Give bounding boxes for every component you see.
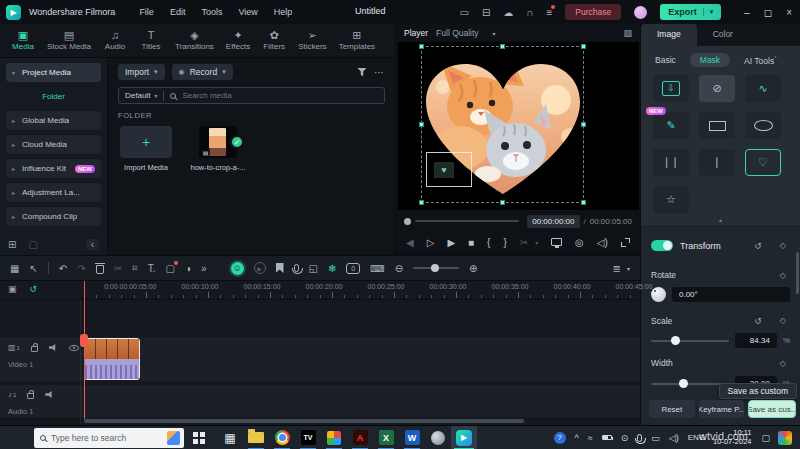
scale-slider[interactable] [651,340,729,342]
redo-icon[interactable]: ↷ [77,263,85,274]
more-tools-icon[interactable]: » [201,263,207,274]
lock-track-icon[interactable] [31,346,38,352]
reset-button[interactable]: Reset [649,400,695,418]
menu-view[interactable]: View [238,7,257,17]
keyframe-button[interactable]: Keyframe P... [699,400,745,418]
crop-icon[interactable]: ⌗ [132,262,138,274]
sidebar-item-global-media[interactable]: ▸ Global Media [6,111,101,130]
word-icon[interactable]: W [399,426,425,449]
render-preview-icon[interactable]: 0 [346,263,360,274]
text-icon[interactable]: T. [148,263,156,274]
selection-handle[interactable] [419,200,424,205]
width-slider-knob[interactable] [679,379,688,388]
media-search-input[interactable] [182,91,378,100]
marker-icon[interactable] [276,263,284,273]
battery-icon[interactable] [602,435,612,440]
task-view-icon[interactable]: ▦ [217,426,243,449]
file-explorer-icon[interactable] [243,426,269,449]
account-avatar[interactable] [634,6,647,19]
record-button[interactable]: ◉Record▾ [172,64,233,80]
support-icon[interactable]: ∩ [526,7,533,18]
reset-scale-icon[interactable]: ↺ [754,316,762,326]
delete-icon[interactable] [96,263,104,274]
import-media-tile[interactable]: + Import Media [118,126,174,172]
voiceover-icon[interactable] [294,264,299,272]
selection-handle[interactable] [500,44,505,49]
scale-value[interactable]: 84.34 [735,333,777,348]
audio-track-lane[interactable] [0,385,640,417]
keyframe-icon[interactable]: ◇ [780,271,786,280]
mic-tray-icon[interactable] [637,434,642,442]
selection-handle[interactable] [581,122,586,127]
new-folder-icon[interactable]: ⊞ [8,239,16,250]
fullscreen-icon[interactable] [621,238,630,247]
split-icon[interactable]: ✂ [114,263,122,274]
auto-ripple-icon[interactable]: ↺ [30,284,38,294]
mirror-display-icon[interactable] [551,238,562,246]
mask-star-icon[interactable]: ☆ [653,186,689,213]
mask-ai-icon[interactable]: ∿ [745,75,781,102]
playhead[interactable] [84,281,85,419]
tab-image[interactable]: Image [641,24,697,46]
menu-edit[interactable]: Edit [170,7,186,17]
save-icon[interactable]: ⊟ [482,7,490,18]
export-chevron-icon[interactable]: ▾ [703,8,714,16]
panel-scrollbar[interactable] [796,252,799,294]
timeline[interactable]: ▣↺ 0:0000:00:05:0000:00:10:0000:00:15:00… [0,281,640,425]
clip-thumbnail[interactable]: ▤ ✓ [199,126,237,158]
selection-handle[interactable] [500,200,505,205]
timeline-settings-icon[interactable]: ▣ [8,284,17,294]
subtab-basic[interactable]: Basic [655,55,676,65]
chrome-icon[interactable] [269,426,295,449]
width-slider[interactable] [651,383,729,385]
media-grid-app-icon[interactable] [321,426,347,449]
import-button[interactable]: Import▾ [118,64,165,80]
sidebar-item-compound-clip[interactable]: ▸ Compound Clip [6,207,101,226]
selection-handle[interactable] [419,122,424,127]
menu-file[interactable]: File [139,7,154,17]
export-button[interactable]: Export▾ [660,4,721,20]
mask-pen-icon[interactable]: ✎ NEW [653,112,689,139]
timeline-ruler[interactable]: ▣↺ 0:0000:00:05:0000:00:10:0000:00:15:00… [0,281,640,300]
sidebar-item-folder[interactable]: Folder [6,87,101,106]
volume-icon[interactable]: ◁) [597,237,608,248]
mask-tool-icon[interactable]: ☺ [231,262,244,275]
tab-titles[interactable]: T Titles [134,28,168,53]
mask-double-line-icon[interactable]: ∣ ∣ [653,149,689,176]
scale-slider-knob[interactable] [671,336,680,345]
gimp-icon[interactable] [425,426,451,449]
taskbar-search-input[interactable] [51,433,178,443]
selection-handle[interactable] [581,44,586,49]
timeline-scrollbar[interactable] [84,419,524,423]
scrubber-handle[interactable] [404,218,411,225]
split-icon[interactable]: ✂ [520,237,528,248]
keyframe-icon[interactable]: ◇ [780,359,786,368]
close-button[interactable]: × [786,7,792,18]
delete-folder-icon[interactable]: ▢ [28,239,37,250]
lock-track-icon[interactable] [27,393,34,399]
sidebar-item-cloud-media[interactable]: ▸ Cloud Media [6,135,101,154]
mask-heart-icon[interactable]: ♡ [745,149,781,176]
sort-default-dropdown[interactable]: Default▾ [125,91,157,100]
volume-tray-icon[interactable]: ◁) [669,433,679,443]
screen-mirror-icon[interactable]: ▭ [459,7,468,18]
collapse-arrow-icon[interactable]: ▴ [641,216,800,223]
tab-effects[interactable]: ✦ Effects [221,28,255,53]
track-manager-icon[interactable]: ≣ [613,263,621,274]
mask-none-icon[interactable]: ⊘ [699,75,735,102]
screen-record-icon[interactable]: ▢ [165,263,174,274]
tab-stock-media[interactable]: ▤ Stock Media [42,28,96,53]
cloud-upload-icon[interactable]: ☁ [503,7,513,18]
filmora-taskbar-icon[interactable]: ▶ [451,426,477,449]
transform-toggle[interactable] [651,240,673,251]
settings-icon[interactable]: ≡ [546,7,552,18]
mask-single-line-icon[interactable]: ∣ [699,149,735,176]
acrobat-icon[interactable]: A [347,426,373,449]
zoom-slider[interactable] [413,267,459,269]
previous-frame-icon[interactable]: ◀ [406,237,414,248]
display-tray-icon[interactable]: ▭ [651,433,660,443]
speed-icon[interactable]: ▶ [254,262,266,274]
tab-color[interactable]: Color [697,24,749,46]
subtab-ai-tools[interactable]: AI Tools [744,55,777,66]
sidebar-item-project-media[interactable]: ▾ Project Media [6,63,101,82]
